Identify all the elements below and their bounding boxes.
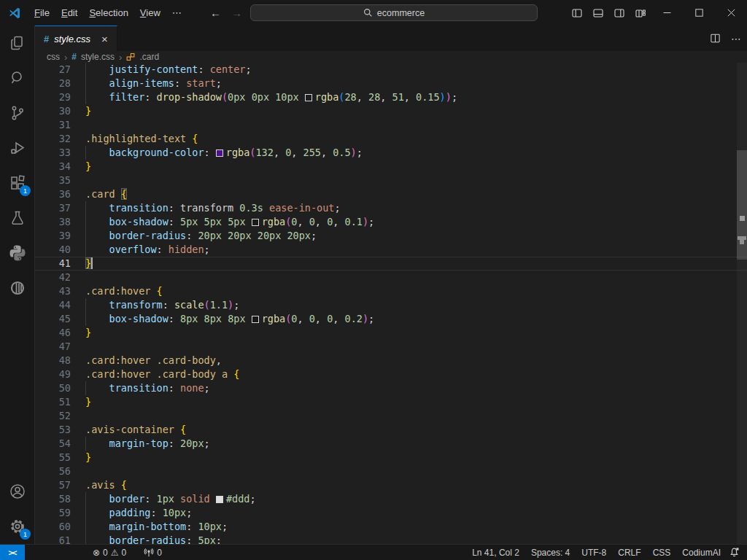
code-line[interactable]: 47 bbox=[35, 340, 747, 354]
color-swatch[interactable] bbox=[216, 496, 223, 503]
line-number: 49 bbox=[35, 368, 71, 381]
encoding[interactable]: UTF-8 bbox=[578, 548, 610, 558]
activity-source-control[interactable] bbox=[0, 96, 35, 131]
activity-search[interactable] bbox=[0, 61, 35, 96]
editor-more-actions-icon[interactable]: ⋯ bbox=[731, 33, 741, 44]
breadcrumb-symbol[interactable]: .card bbox=[139, 52, 159, 62]
code-line[interactable]: 51} bbox=[35, 395, 747, 409]
code-line[interactable]: 56 bbox=[35, 464, 747, 478]
code-line[interactable]: 54 margin-top: 20px; bbox=[35, 437, 747, 451]
css-file-icon: # bbox=[71, 52, 77, 62]
activity-run-debug[interactable] bbox=[0, 131, 35, 166]
command-center-search[interactable]: ecommerce bbox=[250, 4, 538, 21]
code-line[interactable]: 46} bbox=[35, 326, 747, 340]
code-line[interactable]: 44 transform: scale(1.1); bbox=[35, 298, 747, 312]
line-number: 57 bbox=[35, 478, 71, 492]
activity-explorer[interactable] bbox=[0, 26, 35, 61]
code-line[interactable]: 50 transition: none; bbox=[35, 381, 747, 395]
code-line[interactable]: 61 border-radius: 5px; bbox=[35, 534, 747, 544]
code-line[interactable]: 33 background-color: rgba(132, 0, 255, 0… bbox=[35, 146, 747, 160]
code-line[interactable]: 43.card:hover { bbox=[35, 284, 747, 298]
code-line[interactable]: 53.avis-container { bbox=[35, 423, 747, 437]
overview-ruler-marker bbox=[740, 240, 744, 244]
line-number: 43 bbox=[35, 284, 71, 298]
eol-sequence[interactable]: CRLF bbox=[614, 548, 644, 558]
menu-edit[interactable]: Edit bbox=[55, 5, 83, 20]
code-line[interactable]: 58 border: 1px solid #ddd; bbox=[35, 492, 747, 506]
code-line[interactable]: 39 border-radius: 20px 20px 20px 20px; bbox=[35, 229, 747, 243]
menu-file[interactable]: File bbox=[28, 5, 55, 20]
toggle-secondary-sidebar-button[interactable] bbox=[608, 0, 630, 26]
toggle-sidebar-button[interactable] bbox=[566, 0, 587, 26]
close-window-button[interactable] bbox=[715, 0, 747, 26]
code-line[interactable]: 36.card { bbox=[35, 187, 747, 201]
forward-arrow-icon[interactable]: → bbox=[231, 7, 242, 19]
line-number: 51 bbox=[35, 395, 71, 409]
vscode-logo-icon bbox=[8, 7, 21, 20]
toggle-panel-button[interactable] bbox=[587, 0, 608, 26]
line-number: 44 bbox=[35, 298, 71, 312]
menu-selection[interactable]: Selection bbox=[83, 5, 133, 20]
menu-more-button[interactable]: ⋯ bbox=[166, 5, 187, 20]
close-tab-icon[interactable]: × bbox=[101, 33, 108, 45]
code-editor[interactable]: 27 justify-content: center;28 align-item… bbox=[35, 63, 747, 544]
color-swatch[interactable] bbox=[252, 316, 259, 323]
line-number: 35 bbox=[35, 174, 71, 187]
code-line[interactable]: 28 align-items: start; bbox=[35, 77, 747, 90]
breadcrumb: css › # style.css › .card bbox=[35, 51, 747, 63]
color-swatch[interactable] bbox=[252, 219, 259, 226]
extensions-badge: 1 bbox=[20, 185, 31, 196]
code-line[interactable]: 27 justify-content: center; bbox=[35, 63, 747, 77]
settings-button[interactable]: 1 bbox=[0, 509, 35, 544]
code-line[interactable]: 34} bbox=[35, 160, 747, 174]
activity-testing[interactable] bbox=[0, 201, 35, 236]
minimize-button[interactable] bbox=[651, 0, 683, 26]
tab-style-css[interactable]: # style.css × bbox=[35, 26, 117, 51]
run-debug-icon bbox=[9, 139, 26, 157]
color-swatch[interactable] bbox=[216, 149, 223, 157]
customize-layout-button[interactable] bbox=[630, 0, 651, 26]
cursor-position[interactable]: Ln 41, Col 2 bbox=[468, 548, 523, 558]
code-line[interactable]: 48.card:hover .card-body, bbox=[35, 354, 747, 368]
code-line[interactable]: 31 bbox=[35, 118, 747, 132]
code-line[interactable]: 37 transition: transform 0.3s ease-in-ou… bbox=[35, 201, 747, 215]
activity-extensions[interactable]: 1 bbox=[0, 166, 35, 201]
code-line[interactable]: 42 bbox=[35, 271, 747, 284]
code-line[interactable]: 35 bbox=[35, 174, 747, 187]
color-swatch[interactable] bbox=[305, 94, 312, 101]
ports-status[interactable]: 0 bbox=[140, 548, 166, 558]
remote-indicator[interactable]: >< bbox=[0, 545, 25, 560]
code-line[interactable]: 52 bbox=[35, 409, 747, 423]
line-number: 52 bbox=[35, 409, 71, 423]
code-line[interactable]: 45 box-shadow: 8px 8px 8px rgba(0, 0, 0,… bbox=[35, 312, 747, 326]
code-line[interactable]: 57.avis { bbox=[35, 478, 747, 492]
code-line[interactable]: 59 padding: 10px; bbox=[35, 506, 747, 520]
maximize-button[interactable] bbox=[683, 0, 715, 26]
code-line[interactable]: 32.highlighted-text { bbox=[35, 132, 747, 146]
code-line[interactable]: 49.card:hover .card-body a { bbox=[35, 368, 747, 381]
problems-status[interactable]: ⊗ 0 ⚠ 0 bbox=[89, 548, 130, 558]
back-arrow-icon[interactable]: ← bbox=[210, 7, 221, 19]
code-line[interactable]: 29 filter: drop-shadow(0px 0px 10px rgba… bbox=[35, 90, 747, 104]
scrollbar[interactable] bbox=[737, 63, 747, 544]
striped-circle-icon bbox=[9, 279, 26, 297]
code-line[interactable]: 41} bbox=[35, 257, 747, 271]
split-editor-icon[interactable] bbox=[710, 33, 721, 44]
code-line[interactable]: 60 margin-bottom: 10px; bbox=[35, 520, 747, 534]
activity-striped-circle-extension[interactable] bbox=[0, 271, 35, 306]
line-number: 59 bbox=[35, 506, 71, 520]
code-line[interactable]: 55} bbox=[35, 451, 747, 464]
language-mode[interactable]: CSS bbox=[649, 548, 675, 558]
code-line[interactable]: 30} bbox=[35, 104, 747, 118]
code-line[interactable]: 40 overflow: hidden; bbox=[35, 243, 747, 257]
indentation[interactable]: Spaces: 4 bbox=[527, 548, 573, 558]
activity-python[interactable] bbox=[0, 236, 35, 271]
breadcrumb-file[interactable]: style.css bbox=[81, 52, 115, 62]
line-number: 55 bbox=[35, 451, 71, 464]
breadcrumb-folder[interactable]: css bbox=[47, 52, 60, 62]
codiumai-status[interactable]: CodiumAI bbox=[678, 548, 724, 558]
code-line[interactable]: 38 box-shadow: 5px 5px 5px rgba(0, 0, 0,… bbox=[35, 215, 747, 229]
notifications-bell-icon[interactable] bbox=[729, 547, 740, 558]
menu-view[interactable]: View bbox=[134, 5, 166, 20]
accounts-button[interactable] bbox=[0, 474, 35, 509]
